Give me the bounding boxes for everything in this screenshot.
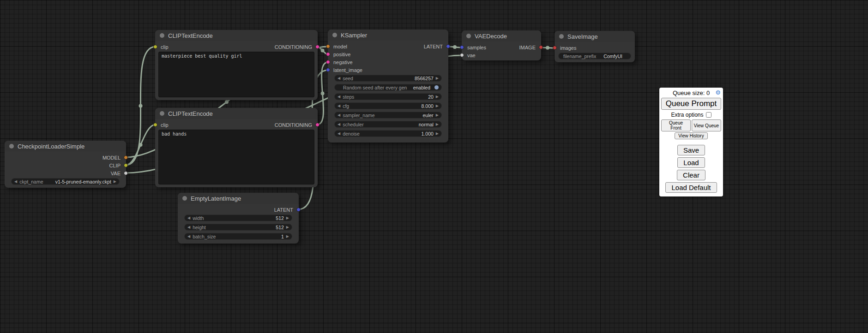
decrement-arrow-icon[interactable]: ◀ <box>338 95 340 99</box>
latent-slot-dot[interactable] <box>460 45 464 49</box>
widget-denoise[interactable]: ◀ denoise 1.000 ▶ <box>334 130 442 137</box>
increment-arrow-icon[interactable]: ▶ <box>114 180 116 184</box>
output-slot-vae[interactable]: VAE <box>111 171 126 176</box>
node-title: CheckpointLoaderSimple <box>18 143 84 150</box>
output-slot-conditioning[interactable]: CONDITIONING <box>275 122 318 128</box>
node-clip-text-encode-negative[interactable]: CLIPTextEncode clip CONDITIONING bad han… <box>155 108 318 187</box>
conditioning-slot-dot[interactable] <box>315 45 319 49</box>
widget-batch-size[interactable]: ◀ batch_size 1 ▶ <box>184 233 292 240</box>
conditioning-slot-dot[interactable] <box>326 52 330 56</box>
node-vae-decode[interactable]: VAEDecode samples IMAGE vae <box>462 30 541 60</box>
decrement-arrow-icon[interactable]: ◀ <box>338 132 340 136</box>
decrement-arrow-icon[interactable]: ◀ <box>187 226 190 229</box>
increment-arrow-icon[interactable]: ▶ <box>436 113 439 117</box>
node-ksampler[interactable]: KSampler model LATENT positive <box>328 30 448 143</box>
node-clip-text-encode-positive[interactable]: CLIPTextEncode clip CONDITIONING masterp… <box>155 30 318 100</box>
extra-options-checkbox[interactable] <box>706 112 711 118</box>
decrement-arrow-icon[interactable]: ◀ <box>338 123 340 126</box>
latent-slot-dot[interactable] <box>326 68 330 72</box>
widget-ckpt-name[interactable]: ◀ ckpt_name v1-5-pruned-emaonly.ckpt ▶ <box>11 178 120 185</box>
increment-arrow-icon[interactable]: ▶ <box>436 104 439 108</box>
latent-slot-dot[interactable] <box>296 208 301 212</box>
widget-cfg[interactable]: ◀ cfg 8.000 ▶ <box>334 102 442 109</box>
decrement-arrow-icon[interactable]: ◀ <box>338 104 340 108</box>
input-slot-model[interactable]: model <box>328 44 347 49</box>
widget-sampler-name[interactable]: ◀ sampler_name euler ▶ <box>334 112 442 119</box>
graph-canvas[interactable]: CheckpointLoaderSimple MODEL CLIP VAE <box>0 0 868 333</box>
increment-arrow-icon[interactable]: ▶ <box>436 123 439 126</box>
input-slot-images[interactable]: images <box>555 45 576 51</box>
view-queue-button[interactable]: View Queue <box>692 119 721 131</box>
node-title-bar[interactable]: CLIPTextEncode <box>155 30 318 41</box>
clip-slot-dot[interactable] <box>153 123 157 127</box>
decrement-arrow-icon[interactable]: ◀ <box>338 77 340 80</box>
load-default-button[interactable]: Load Default <box>665 182 717 193</box>
node-checkpoint-loader-simple[interactable]: CheckpointLoaderSimple MODEL CLIP VAE <box>5 141 126 188</box>
slot-row: LATENT <box>178 206 299 214</box>
increment-arrow-icon[interactable]: ▶ <box>436 77 439 80</box>
node-save-image[interactable]: SaveImage images filename_prefix ComfyUI <box>555 31 635 62</box>
widget-width[interactable]: ◀ width 512 ▶ <box>184 214 292 221</box>
node-title-bar[interactable]: EmptyLatentImage <box>178 193 299 204</box>
widget-height[interactable]: ◀ height 512 ▶ <box>184 224 292 231</box>
image-slot-dot[interactable] <box>539 45 543 49</box>
view-history-button[interactable]: View History <box>675 132 708 139</box>
toggle-dot[interactable] <box>434 85 439 89</box>
clip-slot-dot[interactable] <box>153 45 157 49</box>
settings-gear-icon[interactable]: ⚙ <box>715 89 721 97</box>
node-title-bar[interactable]: CheckpointLoaderSimple <box>5 141 126 152</box>
node-title: KSampler <box>341 32 367 39</box>
output-slot-conditioning[interactable]: CONDITIONING <box>275 44 318 50</box>
widget-scheduler[interactable]: ◀ scheduler normal ▶ <box>334 121 442 128</box>
queue-front-button[interactable]: Queue Front <box>661 119 691 131</box>
model-slot-dot[interactable] <box>326 44 330 48</box>
vae-slot-dot[interactable] <box>460 53 464 57</box>
prompt-text-input[interactable]: masterpiece best quality girl <box>158 52 314 97</box>
clip-slot-dot[interactable] <box>124 163 128 167</box>
input-slot-positive[interactable]: positive <box>328 52 350 57</box>
input-slot-negative[interactable]: negative <box>328 59 353 65</box>
slot-label: clip <box>161 122 169 128</box>
output-slot-clip[interactable]: CLIP <box>109 163 126 168</box>
node-title-bar[interactable]: CLIPTextEncode <box>155 108 318 119</box>
model-slot-dot[interactable] <box>124 155 128 160</box>
node-title-bar[interactable]: KSampler <box>328 30 448 41</box>
increment-arrow-icon[interactable]: ▶ <box>436 95 439 99</box>
widget-random-seed-toggle[interactable]: Random seed after every gen enabled <box>334 84 442 91</box>
input-slot-vae[interactable]: vae <box>462 53 476 58</box>
prompt-text-input[interactable]: bad hands <box>158 130 314 184</box>
save-button[interactable]: Save <box>677 145 705 155</box>
input-slot-latent-image[interactable]: latent_image <box>328 67 362 73</box>
queue-prompt-button[interactable]: Queue Prompt <box>661 98 721 110</box>
node-empty-latent-image[interactable]: EmptyLatentImage LATENT ◀ width 512 ▶ ◀ … <box>178 193 299 244</box>
vae-slot-dot[interactable] <box>124 171 128 175</box>
node-title-bar[interactable]: SaveImage <box>555 31 635 42</box>
widget-steps[interactable]: ◀ steps 20 ▶ <box>334 93 442 100</box>
decrement-arrow-icon[interactable]: ◀ <box>338 113 340 117</box>
node-title-bar[interactable]: VAEDecode <box>462 30 541 42</box>
load-button[interactable]: Load <box>677 157 705 168</box>
decrement-arrow-icon[interactable]: ◀ <box>187 216 190 220</box>
increment-arrow-icon[interactable]: ▶ <box>436 132 439 136</box>
decrement-arrow-icon[interactable]: ◀ <box>187 235 190 238</box>
increment-arrow-icon[interactable]: ▶ <box>286 226 289 229</box>
image-slot-dot[interactable] <box>553 46 557 50</box>
slot-row: clip CONDITIONING <box>155 43 318 51</box>
widget-filename-prefix[interactable]: filename_prefix ComfyUI <box>558 53 631 59</box>
decrement-arrow-icon[interactable]: ◀ <box>14 180 17 184</box>
input-slot-clip[interactable]: clip <box>155 122 169 128</box>
input-slot-clip[interactable]: clip <box>155 44 169 50</box>
conditioning-slot-dot[interactable] <box>315 123 319 127</box>
conditioning-slot-dot[interactable] <box>326 60 330 64</box>
slot-label: CLIP <box>109 163 121 168</box>
latent-slot-dot[interactable] <box>446 44 450 48</box>
output-slot-latent[interactable]: LATENT <box>274 207 299 213</box>
clear-button[interactable]: Clear <box>677 170 705 180</box>
output-slot-model[interactable]: MODEL <box>102 155 126 161</box>
output-slot-image[interactable]: IMAGE <box>519 45 541 50</box>
input-slot-samples[interactable]: samples <box>462 45 486 50</box>
increment-arrow-icon[interactable]: ▶ <box>286 235 289 238</box>
increment-arrow-icon[interactable]: ▶ <box>286 216 289 220</box>
output-slot-latent[interactable]: LATENT <box>424 44 448 49</box>
widget-seed[interactable]: ◀ seed 8566257 ▶ <box>334 75 442 82</box>
